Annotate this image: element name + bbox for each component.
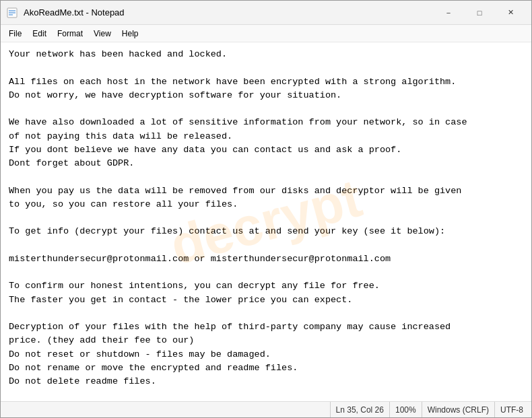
maximize-button[interactable]: □ <box>464 1 495 25</box>
menu-help[interactable]: Help <box>117 27 144 40</box>
menu-view[interactable]: View <box>88 27 117 40</box>
cursor-position: Ln 35, Col 26 <box>331 402 390 417</box>
menu-bar: File Edit Format View Help <box>1 25 531 42</box>
menu-format[interactable]: Format <box>52 27 88 40</box>
minimize-button[interactable]: − <box>433 1 464 25</box>
notepad-window: AkoReadMe.txt - Notepad − □ ✕ File Edit … <box>0 0 532 418</box>
window-controls: − □ ✕ <box>433 1 526 25</box>
window-title: AkoReadMe.txt - Notepad <box>24 7 433 18</box>
zoom-level: 100% <box>390 402 422 417</box>
menu-file[interactable]: File <box>3 27 27 40</box>
status-bar: Ln 35, Col 26 100% Windows (CRLF) UTF-8 <box>1 401 531 417</box>
title-bar: AkoReadMe.txt - Notepad − □ ✕ <box>1 1 531 25</box>
encoding: UTF-8 <box>495 402 529 417</box>
line-ending: Windows (CRLF) <box>422 402 495 417</box>
app-icon <box>6 7 18 19</box>
document-text: Your network has been hacked and locked.… <box>9 48 523 401</box>
close-button[interactable]: ✕ <box>495 1 526 25</box>
menu-edit[interactable]: Edit <box>27 27 52 40</box>
status-spacer <box>3 402 331 417</box>
text-editor-area[interactable]: decrypt Your network has been hacked and… <box>1 42 531 401</box>
